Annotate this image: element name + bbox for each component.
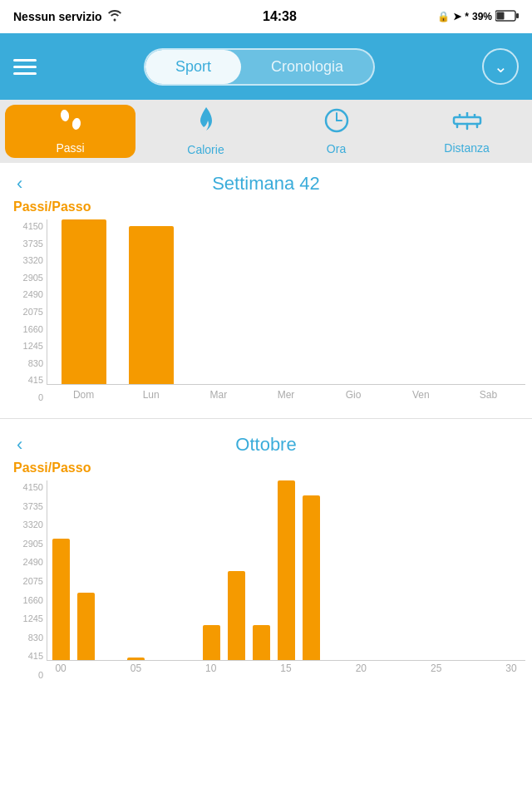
- month-chart-ylabel: Passi/Passo: [0, 459, 532, 480]
- chevron-down-button[interactable]: ⌄: [482, 48, 519, 85]
- month-bar: [278, 480, 295, 660]
- tab-passi-label: Passi: [56, 141, 84, 155]
- month-bar-group: [49, 480, 73, 660]
- tab-passi[interactable]: Passi: [5, 105, 135, 158]
- month-bar-label: [148, 661, 173, 684]
- month-bar-label: [474, 661, 499, 684]
- bluetooth-icon: *: [465, 11, 469, 22]
- tab-distanza[interactable]: Distanza: [401, 100, 532, 163]
- svg-point-3: [59, 109, 69, 122]
- flame-icon: [195, 107, 217, 140]
- month-bar-group: [450, 480, 474, 660]
- week-bar: [62, 219, 106, 384]
- week-bar-label: Mer: [252, 385, 319, 405]
- month-bar: [77, 593, 95, 660]
- month-bar-group: [425, 480, 449, 660]
- month-bar-group: [324, 480, 348, 660]
- tab-distanza-label: Distanza: [444, 141, 489, 155]
- clock-icon: [324, 108, 349, 139]
- footsteps-icon: [56, 109, 86, 138]
- month-bar-group: [249, 480, 273, 660]
- month-bar-group: [374, 480, 398, 660]
- svg-rect-2: [496, 12, 504, 19]
- week-bar-label: Sab: [455, 385, 522, 405]
- month-bar: [228, 571, 245, 660]
- month-bar-group: [224, 480, 249, 660]
- lock-icon: 🔒: [437, 11, 450, 22]
- month-bar-group: [400, 480, 424, 660]
- month-bar-label: 15: [273, 661, 298, 684]
- week-chart-ylabel: Passi/Passo: [0, 198, 532, 219]
- month-bar: [52, 539, 70, 660]
- chart-divider: [0, 418, 532, 419]
- month-chart-nav: ‹ Ottobre: [0, 424, 532, 459]
- month-bar-label: [224, 661, 249, 684]
- week-bar-group: [186, 219, 252, 384]
- month-bar-label: 30: [499, 661, 524, 684]
- sport-tab[interactable]: Sport: [145, 50, 241, 84]
- week-bar-group: [321, 219, 387, 384]
- week-bar-group: [456, 219, 522, 384]
- battery-text: 39%: [472, 11, 492, 22]
- week-chart-nav: ‹ Settimana 42: [0, 163, 532, 198]
- carrier-wifi: Nessun servizio: [13, 10, 122, 24]
- month-bar-label: [373, 661, 398, 684]
- month-bar-label: [298, 661, 323, 684]
- month-bar-label: [249, 661, 273, 684]
- location-icon: ➤: [453, 11, 461, 22]
- month-bar-label: [174, 661, 199, 684]
- week-bar-label: Gio: [320, 385, 387, 405]
- month-bar: [253, 625, 270, 660]
- tab-calorie-label: Calorie: [187, 143, 224, 156]
- month-bar: [303, 495, 320, 660]
- status-bar: Nessun servizio 14:38 🔒 ➤ * 39%: [0, 0, 532, 33]
- week-prev-button[interactable]: ‹: [17, 173, 22, 195]
- month-bar-group: [74, 480, 98, 660]
- month-bar-label: [449, 661, 474, 684]
- main-tab-toggle: Sport Cronologia: [144, 48, 375, 86]
- month-bar-group: [274, 480, 298, 660]
- month-bar-label: 05: [123, 661, 148, 684]
- month-bar-group: [475, 480, 499, 660]
- month-bar-label: 00: [48, 661, 73, 684]
- month-chart-section: ‹ Ottobre Passi/Passo 4150 3735 3320 290…: [0, 424, 532, 692]
- month-bar-group: [299, 480, 323, 660]
- month-bar: [127, 658, 145, 660]
- month-chart-title: Ottobre: [235, 434, 296, 456]
- month-bar-group: [149, 480, 173, 660]
- month-prev-button[interactable]: ‹: [17, 434, 22, 456]
- week-bar-label: Dom: [50, 385, 117, 405]
- month-bar-group: [175, 480, 199, 660]
- month-bar-label: [98, 661, 123, 684]
- month-bar-label: [73, 661, 98, 684]
- week-bar-label: Lun: [117, 385, 185, 405]
- week-chart-section: ‹ Settimana 42 Passi/Passo 4150 3735 332…: [0, 163, 532, 413]
- tab-ora-label: Ora: [327, 142, 346, 155]
- time-display: 14:38: [263, 9, 297, 24]
- tab-calorie[interactable]: Calorie: [140, 100, 271, 163]
- month-bar-label: 20: [348, 661, 373, 684]
- hamburger-menu[interactable]: [13, 59, 37, 75]
- tab-ora[interactable]: Ora: [271, 100, 401, 163]
- week-bar-group: [51, 219, 116, 384]
- header: Sport Cronologia ⌄: [0, 33, 532, 100]
- month-bar-group: [99, 480, 123, 660]
- week-bar: [129, 226, 174, 384]
- month-bar-label: [399, 661, 424, 684]
- month-bar-group: [124, 480, 148, 660]
- week-chart-title: Settimana 42: [212, 173, 320, 195]
- svg-point-4: [71, 117, 81, 131]
- cronologia-tab[interactable]: Cronologia: [241, 50, 373, 84]
- distance-icon: [452, 109, 482, 138]
- month-bar-label: 10: [199, 661, 224, 684]
- month-bar-group: [200, 480, 224, 660]
- week-bar-group: [388, 219, 454, 384]
- week-bar-label: Ven: [387, 385, 455, 405]
- month-bar-group: [500, 480, 524, 660]
- wifi-icon: [107, 10, 122, 24]
- month-bar: [203, 625, 220, 660]
- week-bar-group: [254, 219, 319, 384]
- month-bar-label: [323, 661, 348, 684]
- week-bar-label: Mar: [185, 385, 252, 405]
- sub-tabs: Passi Calorie Ora: [0, 100, 532, 163]
